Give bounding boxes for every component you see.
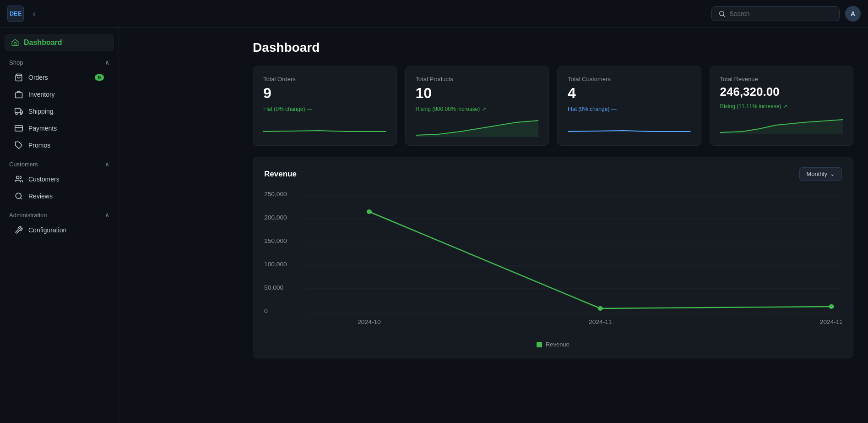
- svg-text:2024-12: 2024-12: [820, 319, 842, 325]
- revenue-chart-card: Revenue Monthly ⌄ 250,000 200,000 150,00…: [253, 157, 853, 358]
- sparkline-products: [416, 119, 539, 139]
- sidebar-section-shop[interactable]: Shop ∧: [0, 52, 119, 69]
- stat-card-orders: Total Orders 9 Flat (0% change) —: [253, 66, 397, 146]
- svg-line-12: [20, 198, 22, 199]
- chart-legend: Revenue: [264, 341, 842, 348]
- legend-label-revenue: Revenue: [546, 341, 570, 348]
- svg-line-1: [723, 15, 725, 17]
- stat-card-products: Total Products 10 Rising (800.00% increa…: [405, 66, 549, 146]
- monthly-chevron-icon: ⌄: [830, 170, 835, 177]
- shop-chevron-icon: ∧: [105, 59, 109, 66]
- page-title: Dashboard: [253, 40, 853, 55]
- stat-label-orders: Total Orders: [263, 76, 386, 82]
- search-circle-icon: [15, 192, 23, 200]
- svg-text:150,000: 150,000: [264, 238, 287, 244]
- sparkline-customers: [568, 119, 691, 139]
- search-box: [711, 6, 840, 21]
- sidebar-item-inventory[interactable]: Inventory: [5, 86, 114, 103]
- svg-point-27: [367, 209, 372, 214]
- bag-icon: [15, 90, 23, 99]
- monthly-filter-button[interactable]: Monthly ⌄: [799, 167, 842, 181]
- sparkline-orders: [263, 119, 386, 139]
- chart-area: 250,000 200,000 150,000 100,000 50,000 0: [264, 189, 842, 335]
- promos-label: Promos: [28, 142, 50, 149]
- sidebar-dashboard-label: Dashboard: [24, 38, 62, 47]
- topbar-logo: DEE ‹: [7, 5, 126, 22]
- shipping-label: Shipping: [28, 108, 54, 115]
- topbar-right: A: [711, 6, 861, 22]
- sidebar-item-orders[interactable]: Orders 9: [5, 69, 114, 86]
- stat-change-revenue: Rising (11.11% increase) ↗: [720, 103, 843, 110]
- svg-rect-3: [16, 93, 22, 98]
- sidebar-item-customers[interactable]: Customers: [5, 171, 114, 187]
- svg-point-10: [16, 176, 19, 179]
- stat-change-customers: Flat (0% change) —: [568, 106, 691, 112]
- stat-label-revenue: Total Revenue: [720, 76, 843, 82]
- stat-value-revenue: 246,320.00: [720, 85, 843, 99]
- people-icon: [15, 175, 23, 183]
- avatar[interactable]: A: [845, 6, 861, 22]
- svg-text:200,000: 200,000: [264, 214, 287, 221]
- svg-text:2024-10: 2024-10: [358, 319, 381, 325]
- sidebar-item-configuration[interactable]: Configuration: [5, 222, 114, 238]
- monthly-label: Monthly: [806, 170, 827, 177]
- sidebar-item-payments[interactable]: Payments: [5, 120, 114, 137]
- stat-value-products: 10: [416, 85, 539, 101]
- svg-marker-13: [416, 121, 539, 137]
- sidebar-section-administration[interactable]: Administration ∧: [0, 205, 119, 221]
- sidebar-item-reviews[interactable]: Reviews: [5, 188, 114, 204]
- customers-chevron-icon: ∧: [105, 160, 109, 168]
- tag-icon: [15, 141, 23, 149]
- svg-text:0: 0: [264, 308, 268, 314]
- orders-badge: 9: [95, 74, 104, 81]
- chart-header: Revenue Monthly ⌄: [264, 167, 842, 181]
- chart-title: Revenue: [264, 170, 297, 179]
- stat-change-orders: Flat (0% change) —: [263, 106, 386, 112]
- sidebar-section-customers[interactable]: Customers ∧: [0, 154, 119, 170]
- stat-label-products: Total Products: [416, 76, 539, 82]
- svg-text:2024-11: 2024-11: [589, 319, 612, 325]
- reviews-label: Reviews: [28, 192, 53, 200]
- administration-chevron-icon: ∧: [105, 211, 109, 219]
- stat-card-customers: Total Customers 4 Flat (0% change) —: [557, 66, 701, 146]
- administration-section-label: Administration: [9, 212, 47, 219]
- home-icon: [11, 38, 19, 47]
- svg-point-0: [720, 11, 724, 15]
- customers-section-label: Customers: [9, 161, 38, 168]
- sidebar-item-shipping[interactable]: Shipping: [5, 103, 114, 120]
- orders-label: Orders: [28, 74, 48, 81]
- sidebar-item-promos[interactable]: Promos: [5, 137, 114, 154]
- svg-point-11: [16, 193, 21, 198]
- stat-change-products: Rising (800.00% increase) ↗: [416, 106, 539, 112]
- svg-text:250,000: 250,000: [264, 191, 287, 198]
- app-logo: DEE: [7, 5, 24, 22]
- svg-text:50,000: 50,000: [264, 285, 283, 291]
- svg-rect-7: [15, 126, 23, 131]
- sidebar-nav: Dashboard Shop ∧ Orders 9 Inventory: [0, 27, 119, 423]
- svg-text:100,000: 100,000: [264, 261, 287, 268]
- stat-label-customers: Total Customers: [568, 76, 691, 82]
- payments-label: Payments: [28, 125, 57, 132]
- svg-marker-14: [720, 120, 843, 134]
- stat-value-customers: 4: [568, 85, 691, 101]
- sidebar: Dashboard Shop ∧ Orders 9 Inventory: [0, 27, 119, 423]
- main-content: Dashboard Total Orders 9 Flat (0% change…: [238, 27, 868, 423]
- search-input[interactable]: [729, 10, 833, 17]
- svg-point-29: [829, 304, 834, 309]
- svg-point-5: [16, 113, 17, 115]
- stats-grid: Total Orders 9 Flat (0% change) — Total …: [253, 66, 853, 146]
- topbar: DEE ‹ A: [0, 0, 868, 27]
- stat-value-orders: 9: [263, 85, 386, 101]
- cart-icon: [15, 73, 23, 82]
- svg-point-6: [20, 113, 22, 115]
- configuration-label: Configuration: [28, 226, 66, 234]
- stat-card-revenue: Total Revenue 246,320.00 Rising (11.11% …: [710, 66, 854, 146]
- search-icon: [718, 10, 726, 18]
- sidebar-item-dashboard[interactable]: Dashboard: [5, 34, 114, 51]
- sparkline-revenue: [720, 116, 843, 136]
- wrench-icon: [15, 226, 23, 234]
- legend-dot-revenue: [537, 342, 542, 347]
- truck-icon: [15, 107, 23, 115]
- shop-section-label: Shop: [9, 59, 23, 66]
- sidebar-toggle-button[interactable]: ‹: [33, 10, 35, 18]
